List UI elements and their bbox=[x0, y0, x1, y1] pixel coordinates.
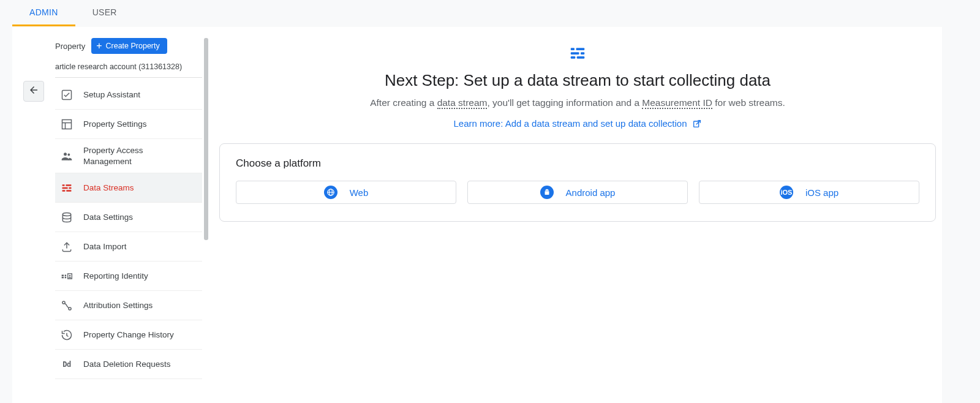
people-icon bbox=[60, 149, 74, 163]
property-account-name[interactable]: article research account (311361328) bbox=[55, 58, 202, 78]
platform-android-button[interactable]: Android app bbox=[467, 181, 688, 204]
sidebar-item-attribution-settings[interactable]: Attribution Settings bbox=[55, 291, 202, 320]
main-content: Next Step: Set up a data stream to start… bbox=[202, 27, 942, 403]
external-link-icon bbox=[692, 119, 702, 129]
checkbox-icon bbox=[60, 88, 74, 102]
data-deletion-icon: Dd bbox=[60, 358, 74, 371]
platform-label: Web bbox=[350, 187, 369, 198]
database-icon bbox=[60, 211, 74, 224]
property-label: Property bbox=[55, 42, 85, 51]
data-streams-hero-icon bbox=[568, 44, 587, 62]
attribution-icon bbox=[60, 299, 74, 312]
page-title: Next Step: Set up a data stream to start… bbox=[219, 71, 936, 90]
upload-icon bbox=[60, 240, 74, 254]
sidebar-item-label: Data Settings bbox=[83, 213, 133, 222]
layout-icon bbox=[60, 118, 74, 131]
property-sidebar: Property + Create Property article resea… bbox=[55, 27, 202, 403]
data-streams-icon bbox=[60, 181, 74, 195]
svg-point-32 bbox=[548, 190, 548, 190]
arrow-left-icon bbox=[28, 85, 39, 99]
plus-icon: + bbox=[96, 41, 102, 51]
svg-rect-16 bbox=[65, 276, 67, 278]
identity-icon bbox=[60, 269, 74, 283]
term-measurement-id[interactable]: Measurement ID bbox=[642, 97, 712, 109]
sidebar-item-label: Attribution Settings bbox=[83, 301, 153, 310]
svg-rect-1 bbox=[62, 119, 72, 129]
sidebar-item-data-import[interactable]: Data Import bbox=[55, 232, 202, 262]
admin-shell: Property + Create Property article resea… bbox=[12, 27, 942, 403]
sidebar-item-label: Property Settings bbox=[83, 119, 147, 129]
property-nav: Setup Assistant Property Settings Proper… bbox=[55, 80, 202, 379]
sidebar-item-change-history[interactable]: Property Change History bbox=[55, 320, 202, 350]
svg-point-31 bbox=[546, 190, 546, 190]
sub-text: After creating a bbox=[370, 97, 437, 108]
property-header: Property + Create Property bbox=[55, 38, 202, 58]
term-data-stream[interactable]: data stream bbox=[437, 97, 488, 109]
sidebar-item-data-streams[interactable]: Data Streams bbox=[55, 173, 202, 203]
back-column bbox=[12, 27, 55, 403]
sidebar-item-data-settings[interactable]: Data Settings bbox=[55, 203, 202, 232]
sidebar-item-label: Property AccessManagement bbox=[83, 145, 143, 167]
svg-point-20 bbox=[69, 307, 71, 309]
platform-label: Android app bbox=[566, 187, 616, 198]
sidebar-item-label: Reporting Identity bbox=[83, 271, 148, 281]
learn-more-label: Learn more: Add a data stream and set up… bbox=[453, 118, 687, 129]
top-tabs: ADMIN USER bbox=[0, 0, 980, 27]
svg-rect-10 bbox=[62, 190, 66, 192]
choose-platform-card: Choose a platform Web Android app iOS bbox=[219, 143, 936, 222]
history-icon bbox=[60, 328, 74, 342]
svg-rect-22 bbox=[576, 48, 585, 50]
hero-section: Next Step: Set up a data stream to start… bbox=[219, 44, 936, 143]
svg-point-12 bbox=[62, 213, 70, 216]
scrollbar[interactable] bbox=[204, 38, 208, 240]
back-button[interactable] bbox=[23, 81, 44, 102]
svg-rect-21 bbox=[571, 48, 575, 50]
svg-rect-14 bbox=[62, 276, 64, 278]
page-subtitle: After creating a data stream, you'll get… bbox=[219, 97, 936, 108]
platform-row: Web Android app iOS iOS app bbox=[236, 181, 919, 204]
sidebar-item-property-settings[interactable]: Property Settings bbox=[55, 110, 202, 139]
svg-point-18 bbox=[69, 274, 71, 276]
sidebar-item-label: Property Change History bbox=[83, 330, 174, 339]
platform-ios-button[interactable]: iOS iOS app bbox=[699, 181, 919, 204]
svg-rect-25 bbox=[571, 56, 576, 59]
android-icon bbox=[540, 186, 554, 199]
ios-icon: iOS bbox=[780, 186, 793, 199]
sidebar-item-label: Data Streams bbox=[83, 183, 134, 192]
sidebar-item-reporting-identity[interactable]: Reporting Identity bbox=[55, 262, 202, 291]
sub-text: for web streams. bbox=[712, 97, 785, 108]
sidebar-item-label: Setup Assistant bbox=[83, 90, 140, 99]
svg-rect-9 bbox=[69, 187, 71, 189]
svg-rect-8 bbox=[62, 187, 68, 189]
svg-rect-13 bbox=[62, 274, 64, 276]
svg-rect-11 bbox=[66, 190, 71, 192]
tab-user[interactable]: USER bbox=[75, 0, 134, 26]
web-icon bbox=[324, 186, 337, 199]
platform-web-button[interactable]: Web bbox=[236, 181, 456, 204]
svg-rect-15 bbox=[65, 274, 67, 276]
create-property-button[interactable]: + Create Property bbox=[91, 38, 167, 54]
svg-point-4 bbox=[64, 153, 67, 156]
svg-rect-24 bbox=[581, 52, 584, 55]
sidebar-item-data-deletion[interactable]: Dd Data Deletion Requests bbox=[55, 350, 202, 379]
choose-platform-title: Choose a platform bbox=[236, 157, 919, 170]
sidebar-item-setup-assistant[interactable]: Setup Assistant bbox=[55, 80, 202, 110]
platform-label: iOS app bbox=[805, 187, 839, 198]
tab-admin[interactable]: ADMIN bbox=[12, 0, 75, 26]
svg-rect-7 bbox=[66, 184, 71, 186]
svg-point-19 bbox=[62, 301, 65, 303]
svg-rect-23 bbox=[571, 52, 579, 55]
learn-more-link[interactable]: Learn more: Add a data stream and set up… bbox=[453, 118, 701, 129]
svg-rect-6 bbox=[62, 184, 65, 186]
svg-rect-26 bbox=[577, 56, 585, 59]
create-property-label: Create Property bbox=[105, 42, 159, 50]
sub-text: , you'll get tagging information and a bbox=[487, 97, 642, 108]
sidebar-item-label: Data Import bbox=[83, 242, 127, 251]
sidebar-item-access-management[interactable]: Property AccessManagement bbox=[55, 139, 202, 173]
svg-point-5 bbox=[67, 153, 70, 156]
sidebar-item-label: Data Deletion Requests bbox=[83, 360, 171, 369]
